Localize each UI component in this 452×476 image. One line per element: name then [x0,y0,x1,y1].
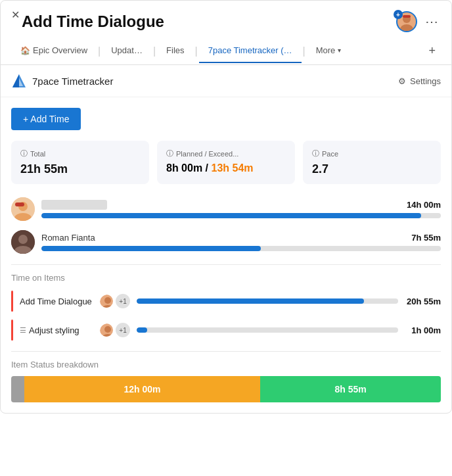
title-actions: + ⋯ [396,11,441,32]
user-progress-fill-1 [41,213,421,218]
pace-value: 2.7 [312,162,432,176]
svg-rect-2 [403,15,411,18]
tab-more[interactable]: More ▾ [307,39,351,63]
avatar-user1 [11,197,35,221]
title-bar: ✕ Add Time Dialogue + ⋯ [1,1,451,37]
total-label: ⓘ Total [20,149,140,158]
user-progress-bg-1 [41,213,441,218]
svg-marker-5 [12,74,19,87]
user-progress-fill-2 [41,246,261,251]
stats-row: ⓘ Total 21h 55m ⓘ Planned / Exceed... 8h… [11,141,441,184]
item-avatar-count-1: +1 [116,294,130,308]
user-time-1: 14h 00m [407,200,441,210]
settings-button[interactable]: ⚙ Settings [398,76,441,86]
add-time-button[interactable]: + Add Time [11,108,81,130]
item-type-icon: ☰ [20,326,26,335]
total-value: 21h 55m [20,162,140,176]
chevron-down-icon: ▾ [338,47,341,54]
tab-epic-overview[interactable]: 🏠 Epic Overview [11,39,97,63]
item-avatar-2 [99,322,114,338]
item-avatars-2: +1 [99,322,130,338]
user-rows: 14h 00m Roman [11,197,441,254]
item-progress-fill-2 [137,327,147,333]
item-avatars-1: +1 [99,293,130,309]
tab-divider-3: | [194,45,199,57]
item-time-1: 20h 55m [405,297,441,306]
tab-files[interactable]: Files [157,39,193,63]
user-time-2: 7h 55m [411,233,441,243]
tab-updates[interactable]: Updat… [102,39,152,63]
item-row-1: Add Time Dialogue +1 [11,291,441,312]
svg-point-17 [104,326,111,333]
info-icon-planned: ⓘ [166,149,173,158]
svg-rect-8 [15,202,24,206]
user-row: 14h 00m [11,197,441,221]
user-name-row-1: 14h 00m [41,200,441,210]
info-icon-total: ⓘ [20,149,28,158]
item-progress-wrap-2 [137,327,398,333]
item-progress-bg-1 [137,298,398,304]
add-tab-button[interactable]: + [423,37,441,64]
stat-planned: ⓘ Planned / Exceed... 8h 00m / 13h 54m [157,141,295,184]
stat-total: ⓘ Total 21h 55m [11,141,149,184]
exceed-value: 13h 54m [211,162,253,174]
item-rows: Add Time Dialogue +1 [11,291,441,341]
add-badge: + [394,10,403,19]
planned-value: 8h 00m / 13h 54m [166,162,286,174]
home-icon: 🏠 [20,46,30,55]
status-segment-green: 8h 55m [260,376,441,402]
user-name-1 [41,200,107,210]
user-progress-bg-2 [41,246,441,251]
main-content: + Add Time ⓘ Total 21h 55m ⓘ Planned / E… [1,97,451,413]
item-progress-bg-2 [137,327,398,333]
item-progress-fill-1 [137,298,364,304]
add-user-button[interactable]: + [396,11,417,32]
svg-point-11 [18,235,28,244]
user-name-row-2: Roman Fianta 7h 55m [41,233,441,243]
user-info-2: Roman Fianta 7h 55m [41,233,441,251]
status-segment-gray [11,376,24,402]
main-window: ✕ Add Time Dialogue + ⋯ [0,0,452,414]
item-progress-wrap-1 [137,298,398,304]
avatar-user2 [11,230,35,254]
item-avatar-count-2: +1 [116,323,130,337]
stat-pace: ⓘ Pace 2.7 [303,141,441,184]
status-breakdown-label: Item Status breakdown [11,360,441,369]
section-divider [11,264,441,265]
item-name-1: Add Time Dialogue [20,297,92,306]
user-row-2: Roman Fianta 7h 55m [11,230,441,254]
pace-label: ⓘ Pace [312,149,432,158]
brand-label: 7pace Timetracker [11,73,113,89]
svg-point-14 [104,297,111,304]
user-info-1: 14h 00m [41,200,441,218]
tab-divider-2: | [152,45,157,57]
more-options-button[interactable]: ⋯ [422,11,441,32]
item-time-2: 1h 00m [405,325,441,335]
item-avatar-1 [99,293,114,309]
item-row-2: ☰ Adjust styling +1 [11,320,441,341]
close-button[interactable]: ✕ [11,9,20,21]
nav-tabs: 🏠 Epic Overview | Updat… | Files | 7pace… [1,37,451,65]
status-segment-orange: 12h 00m [24,376,261,402]
info-icon-pace: ⓘ [312,149,319,158]
tab-divider-1: | [97,45,102,57]
page-title: Add Time Dialogue [22,12,164,31]
planned-label: ⓘ Planned / Exceed... [166,149,286,158]
tab-timetracker[interactable]: 7pace Timetracker (… [199,39,302,63]
section-divider-2 [11,351,441,352]
gear-icon: ⚙ [398,76,406,86]
timetracker-header: 7pace Timetracker ⚙ Settings [1,65,451,97]
brand-icon [11,73,27,89]
tab-divider-4: | [302,45,307,57]
time-on-items-label: Time on Items [11,273,441,283]
item-name-2: ☰ Adjust styling [20,325,92,335]
svg-point-1 [400,24,413,31]
item-color-bar-1 [11,291,13,312]
item-color-bar-2 [11,320,13,341]
user-name-2: Roman Fianta [41,233,95,243]
status-bar: 12h 00m 8h 55m [11,376,441,402]
